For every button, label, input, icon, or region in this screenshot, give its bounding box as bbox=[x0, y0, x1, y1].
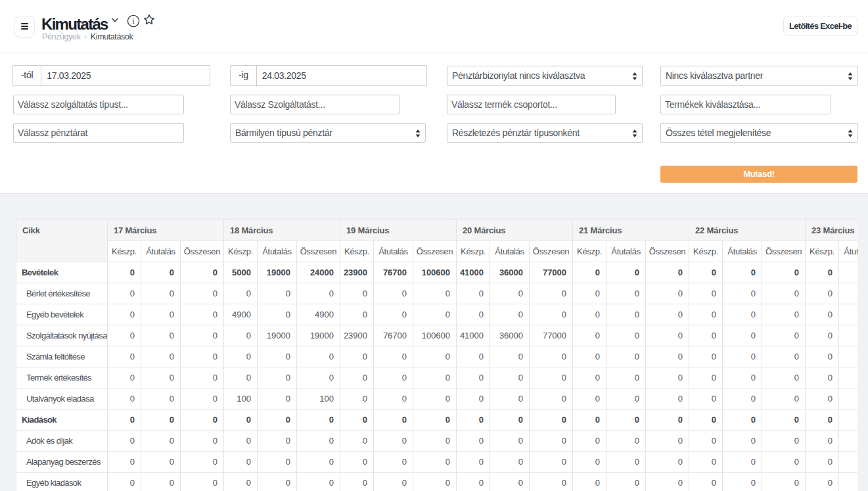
svg-text:i: i bbox=[132, 17, 134, 25]
